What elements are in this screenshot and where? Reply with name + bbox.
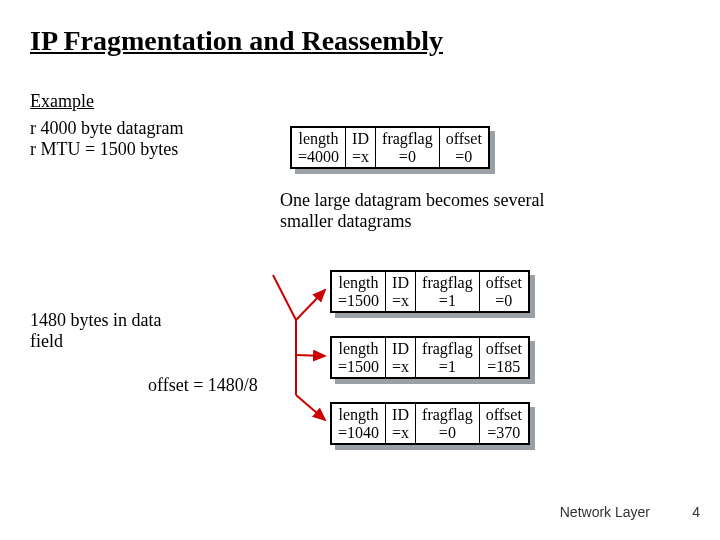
svg-line-4	[296, 395, 325, 420]
bullet-list: 4000 byte datagram MTU = 1500 bytes	[30, 118, 260, 160]
output-datagram-3: length=1040 ID=x fragflag=0 offset=370	[330, 402, 530, 445]
output-datagram-1: length=1500 ID=x fragflag=1 offset=0	[330, 270, 530, 313]
col-fragflag: fragflag	[382, 130, 433, 147]
input-datagram: length=4000 ID=x fragflag=0 offset=0	[290, 126, 490, 169]
slide: IP Fragmentation and Reassembly Example …	[0, 0, 720, 540]
val-length: =4000	[298, 148, 339, 165]
col-offset: offset	[446, 130, 482, 147]
page-number: 4	[692, 504, 700, 520]
page-title: IP Fragmentation and Reassembly	[30, 25, 690, 57]
val-id: =x	[352, 148, 369, 165]
col-id: ID	[352, 130, 369, 147]
svg-line-3	[296, 355, 325, 356]
svg-line-2	[296, 290, 325, 320]
example-label: Example	[30, 91, 690, 112]
caption: One large datagram becomes several small…	[280, 190, 580, 232]
svg-line-1	[273, 275, 296, 320]
note-offset-calc: offset = 1480/8	[148, 375, 258, 396]
bullet-item: MTU = 1500 bytes	[30, 139, 260, 160]
val-fragflag: =0	[399, 148, 416, 165]
footer-text: Network Layer	[560, 504, 650, 520]
val-offset: =0	[455, 148, 472, 165]
note-data-field: 1480 bytes in data field	[30, 310, 190, 352]
col-length: length	[299, 130, 339, 147]
output-datagram-2: length=1500 ID=x fragflag=1 offset=185	[330, 336, 530, 379]
bullet-item: 4000 byte datagram	[30, 118, 260, 139]
